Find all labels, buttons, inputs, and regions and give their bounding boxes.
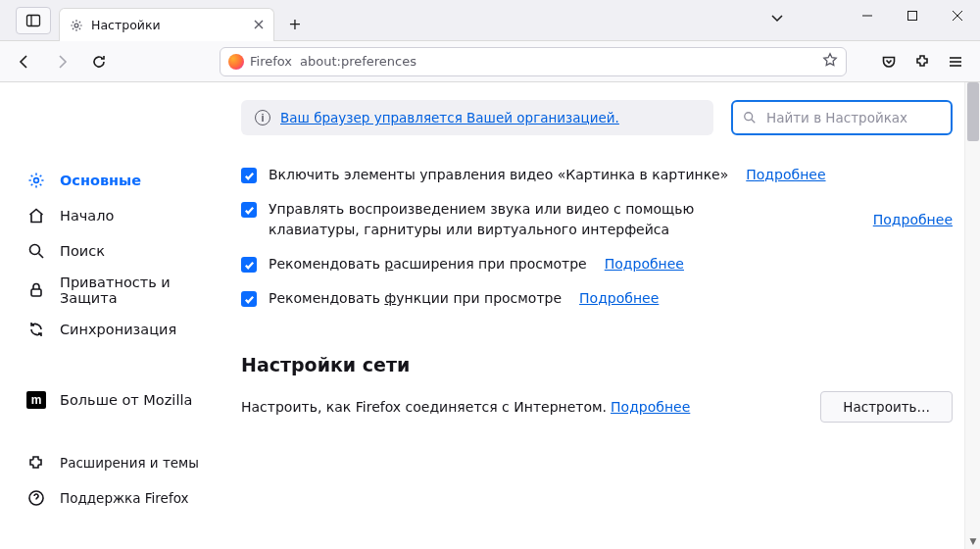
lock-icon [26,281,46,299]
question-icon [26,489,46,507]
network-row: Настроить, как Firefox соединяется с Инт… [241,391,953,423]
sidebar-item-label: Поддержка Firefox [60,490,189,506]
pref-pip-row: Включить элементы управления видео «Карт… [241,165,953,185]
sidebar-item-label: Расширения и темы [60,455,199,471]
network-desc: Настроить, как Firefox соединяется с Инт… [241,399,607,415]
firefox-logo-icon [228,54,244,70]
home-icon [26,207,46,225]
sidebar-item-more-mozilla[interactable]: m Больше от Mozilla [0,382,235,418]
category-sidebar: Основные Начало Поиск Приватность и Защи… [0,82,235,549]
sidebar-item-label: Приватность и Защита [60,274,197,306]
sidebar-item-label: Больше от Mozilla [60,392,192,408]
network-more-link[interactable]: Подробнее [611,399,690,415]
new-tab-button[interactable]: + [280,9,310,38]
window-minimize-button[interactable] [845,0,890,31]
tab-title: Настройки [91,18,161,32]
window-maximize-button[interactable] [890,0,935,31]
svg-line-14 [752,120,756,124]
sidebar-toggle-button[interactable] [16,7,51,34]
pref-feat-more-link[interactable]: Подробнее [579,288,659,309]
pref-pip-checkbox[interactable] [241,168,257,183]
pref-ext-label: Рекомендовать расширения при просмотре [269,254,587,274]
preferences-main: i Ваш браузер управляется Вашей организа… [235,82,980,549]
tab-close-button[interactable] [254,18,264,32]
mozilla-icon: m [26,391,46,409]
search-icon [26,242,46,260]
url-bar[interactable]: Firefox about:preferences [220,47,847,76]
gear-icon [70,19,83,32]
pref-ext-checkbox[interactable] [241,257,257,273]
sidebar-item-label: Синхронизация [60,322,176,337]
identity-label: Firefox [250,54,292,69]
nav-back-button[interactable] [10,47,39,76]
app-menu-button[interactable] [941,47,970,76]
svg-point-2 [74,24,78,27]
network-section-title: Настройки сети [241,354,953,375]
search-icon [743,111,757,125]
policy-banner: i Ваш браузер управляется Вашей организа… [241,100,713,135]
pref-ext-more-link[interactable]: Подробнее [605,254,684,274]
info-icon: i [255,110,270,125]
sidebar-item-label: Основные [60,173,141,188]
sidebar-item-label: Начало [60,208,114,224]
window-controls [845,0,980,31]
puzzle-icon [26,454,46,472]
svg-point-8 [34,178,39,183]
svg-rect-4 [908,12,917,21]
sidebar-item-search[interactable]: Поиск [0,233,235,269]
preferences-search-box[interactable] [731,100,953,135]
svg-line-10 [39,254,44,259]
svg-rect-0 [27,16,40,26]
pref-pip-more-link[interactable]: Подробнее [746,165,825,185]
sidebar-item-privacy[interactable]: Приватность и Защита [0,269,235,312]
preferences-page: Основные Начало Поиск Приватность и Защи… [0,82,980,549]
svg-point-9 [30,245,40,255]
pref-feat-row: Рекомендовать функции при просмотре Подр… [241,288,953,309]
nav-forward-button[interactable] [47,47,76,76]
sidebar-item-support[interactable]: Поддержка Firefox [0,480,235,516]
url-text: about:preferences [300,54,416,69]
pref-media-more-link[interactable]: Подробнее [873,210,953,230]
browser-tab-active[interactable]: Настройки [59,8,274,41]
window-titlebar: Настройки + [0,0,980,41]
tabs-dropdown-button[interactable] [770,10,784,28]
scrollbar-down-icon[interactable]: ▼ [965,533,980,549]
pref-media-row: Управлять воспроизведением звука или вид… [241,199,953,240]
pref-media-checkbox[interactable] [241,202,257,218]
sidebar-item-addons[interactable]: Расширения и темы [0,445,235,480]
svg-rect-11 [31,289,41,296]
extensions-button[interactable] [907,47,937,76]
sidebar-item-sync[interactable]: Синхронизация [0,312,235,347]
pref-pip-label: Включить элементы управления видео «Карт… [269,165,728,185]
identity-box[interactable]: Firefox [228,54,292,70]
scrollbar-thumb[interactable] [967,82,979,141]
browser-toolbar: Firefox about:preferences [0,41,980,82]
pref-feat-label: Рекомендовать функции при просмотре [269,288,562,309]
sidebar-item-home[interactable]: Начало [0,198,235,233]
nav-reload-button[interactable] [84,47,114,76]
network-settings-button[interactable]: Настроить… [820,391,953,423]
preferences-search-input[interactable] [764,109,941,126]
sync-icon [26,321,46,338]
vertical-scrollbar[interactable]: ▲ ▼ [964,82,980,549]
bookmark-star-button[interactable] [822,52,838,71]
pref-feat-checkbox[interactable] [241,291,257,307]
svg-point-13 [745,113,753,121]
sidebar-item-label: Поиск [60,243,105,259]
policy-banner-link[interactable]: Ваш браузер управляется Вашей организаци… [280,110,619,125]
pref-media-label: Управлять воспроизведением звука или вид… [269,199,778,240]
save-to-pocket-button[interactable] [874,47,904,76]
window-close-button[interactable] [935,0,980,31]
sidebar-item-general[interactable]: Основные [0,163,235,198]
pref-ext-row: Рекомендовать расширения при просмотре П… [241,254,953,274]
gear-icon [26,172,46,189]
